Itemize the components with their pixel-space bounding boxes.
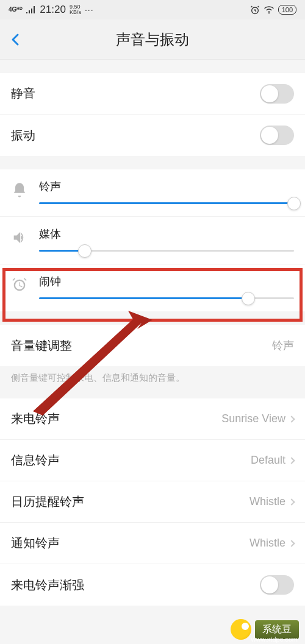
fade-in-row[interactable]: 来电铃声渐强 (0, 564, 305, 606)
battery-indicator: 100 (278, 5, 296, 15)
network-indicator: 4Gᴴᴰ (9, 7, 23, 13)
chevron-right-icon (288, 498, 295, 505)
mute-row[interactable]: 静音 (0, 73, 305, 115)
call-ringtone-value: Sunrise View (221, 412, 294, 425)
clock-time: 21:20 (40, 4, 66, 16)
volume-key-label: 音量键调整 (11, 338, 72, 354)
volume-section: 铃声 媒体 闹钟 (0, 169, 305, 311)
wifi-icon (264, 5, 274, 14)
notify-ringtone-label: 通知铃声 (11, 535, 60, 551)
calendar-ringtone-value: Whistle (249, 495, 294, 508)
ringtone-slider[interactable] (39, 202, 294, 204)
volume-key-row[interactable]: 音量键调整 铃声 (0, 325, 305, 366)
volume-key-section: 音量键调整 铃声 (0, 325, 305, 366)
call-ringtone-label: 来电铃声 (11, 411, 60, 427)
toggle-section: 静音 振动 (0, 73, 305, 156)
more-dots: ··· (85, 5, 94, 15)
ringtone-volume-label: 铃声 (39, 179, 294, 194)
alarm-clock-icon (11, 277, 28, 294)
alarm-slider[interactable] (39, 297, 294, 299)
fade-in-label: 来电铃声渐强 (11, 577, 84, 593)
message-ringtone-label: 信息铃声 (11, 452, 60, 469)
media-slider[interactable] (39, 250, 294, 252)
net-speed: 9.50 KB/s (70, 4, 81, 15)
status-bar: 4Gᴴᴰ 21:20 9.50 KB/s ··· 100 (0, 0, 305, 19)
chevron-right-icon (288, 540, 295, 547)
status-left: 4Gᴴᴰ 21:20 9.50 KB/s ··· (9, 4, 94, 16)
volume-key-value: 铃声 (272, 338, 294, 353)
ringtone-section: 来电铃声 Sunrise View 信息铃声 Default 日历提醒铃声 Wh… (0, 398, 305, 606)
chevron-right-icon (288, 416, 295, 422)
alarm-icon (250, 5, 260, 15)
bell-icon (11, 182, 28, 199)
back-button[interactable] (9, 32, 23, 47)
vibrate-row[interactable]: 振动 (0, 115, 305, 156)
page-title: 声音与振动 (116, 30, 189, 49)
alarm-volume-row: 闹钟 (0, 264, 305, 311)
media-volume-label: 媒体 (39, 227, 294, 241)
message-ringtone-row[interactable]: 信息铃声 Default (0, 440, 305, 481)
svg-point-0 (268, 12, 270, 13)
calendar-ringtone-label: 日历提醒铃声 (11, 494, 84, 510)
signal-icon (26, 6, 36, 13)
media-volume-row: 媒体 (0, 217, 305, 264)
back-chevron-icon (9, 32, 23, 47)
message-ringtone-value: Default (251, 454, 294, 467)
calendar-ringtone-row[interactable]: 日历提醒铃声 Whistle (0, 481, 305, 523)
ringtone-volume-row: 铃声 (0, 169, 305, 217)
notify-ringtone-row[interactable]: 通知铃声 Whistle (0, 523, 305, 564)
notify-ringtone-value: Whistle (249, 537, 294, 550)
alarm-volume-label: 闹钟 (39, 274, 294, 289)
fade-in-toggle[interactable] (260, 575, 294, 595)
mute-toggle[interactable] (260, 84, 294, 104)
mute-label: 静音 (11, 85, 35, 102)
watermark-logo-icon (231, 619, 251, 640)
vibrate-toggle[interactable] (260, 126, 294, 145)
chevron-right-icon (288, 457, 295, 464)
vibrate-label: 振动 (11, 127, 35, 144)
watermark: 系统豆 www.xtdpc.com (0, 615, 305, 644)
status-right: 100 (250, 5, 296, 15)
speaker-icon (11, 229, 28, 246)
title-bar: 声音与振动 (0, 19, 305, 60)
volume-key-desc: 侧音量键可控制来电、信息和通知的音量。 (0, 366, 305, 392)
call-ringtone-row[interactable]: 来电铃声 Sunrise View (0, 398, 305, 440)
watermark-url: www.xtdpc.com (251, 635, 298, 643)
